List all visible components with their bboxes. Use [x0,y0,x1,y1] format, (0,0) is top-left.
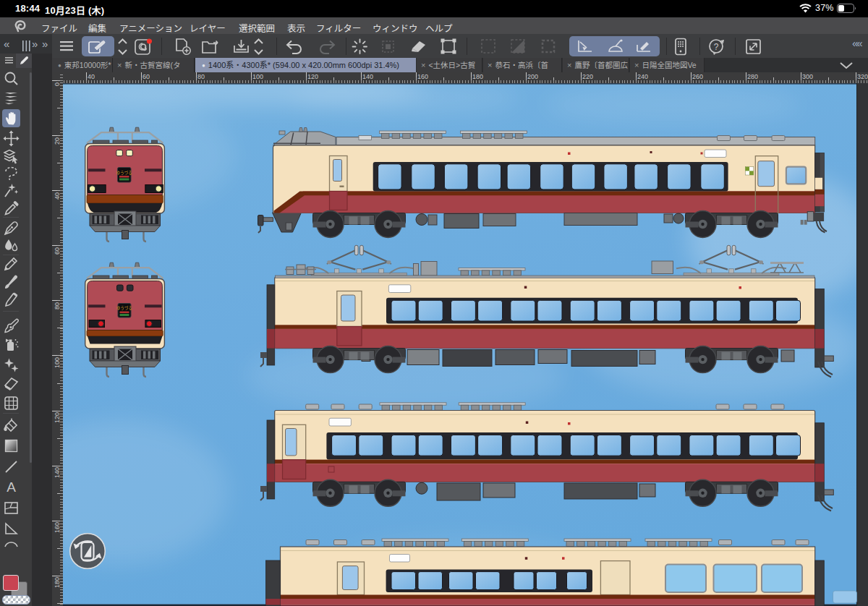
svg-text:ゆうづる: ゆうづる [116,305,132,311]
svg-text:?: ? [714,42,719,52]
svg-text:ゆうづる: ゆうづる [116,170,132,176]
svg-text:A: A [7,479,16,495]
